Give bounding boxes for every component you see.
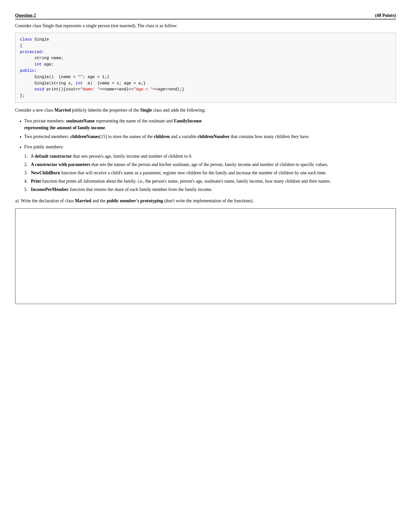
family-income-label: FamilyIncome [174, 118, 202, 123]
default-constructor-label: default constructor [35, 154, 72, 159]
numbered-item-5: 5. IncomePerMember function that returns… [24, 186, 396, 193]
code-keyword-int2: int [76, 81, 83, 86]
num-4: 4. [24, 178, 30, 185]
num-1: 1. [24, 153, 30, 160]
numbered-item-4: 4. Print function that prints all inform… [24, 178, 396, 185]
five-public-item: Five public members: [24, 144, 396, 150]
children-number-label: childrenNumber [197, 134, 230, 139]
code-string-empty: "" [78, 75, 83, 79]
code-keyword-void: void [35, 87, 44, 92]
new-child-born-label: NewChildBorn [31, 170, 60, 175]
code-block: class Single { protected: string name; i… [15, 33, 396, 103]
part-a-text: a) Write the declaration of class Marrie… [15, 197, 396, 204]
soulmate-name-label: soulmateName [66, 118, 95, 123]
param-constructor-label: A constructor with parameters [31, 162, 90, 167]
question-container: Question 2 (48 Points) Consider class Si… [15, 12, 396, 304]
children-names-label: childrenNames [70, 134, 99, 139]
bullet-list: Two private members: soulmateName repres… [24, 118, 396, 140]
numbered-list: 1. A default constructor that sets perso… [24, 153, 396, 193]
code-string-age: "Age = " [133, 87, 153, 92]
code-keyword-int1: int [35, 62, 42, 67]
part-a-container: a) Write the declaration of class Marrie… [15, 197, 396, 204]
income-per-member-label: IncomePerMember [31, 187, 69, 192]
intro-text: Consider class Single that represents a … [15, 22, 396, 29]
children-label: children [154, 134, 170, 139]
five-public-list: Five public members: [24, 144, 396, 150]
num-2: 2. [24, 161, 30, 168]
married-ref-part-a: Married [75, 198, 91, 203]
five-public-text: Five public members: [24, 144, 64, 149]
num-3: 3. [24, 170, 30, 176]
num-5: 5. [24, 186, 30, 193]
print-label: Print [31, 179, 41, 184]
code-keyword-class: class [20, 37, 32, 42]
bullet-item-2: Two protected members: childrenNames[15]… [24, 133, 396, 140]
code-string-name: "Name: " [80, 87, 100, 92]
numbered-item-1: 1. A default constructor that sets perso… [24, 153, 396, 160]
code-keyword-protected: protected [20, 50, 42, 54]
bullet-item-1: Two private members: soulmateName repres… [24, 118, 396, 131]
family-income-desc: representing the amount of family income [24, 125, 105, 130]
question-points: (48 Points) [375, 12, 396, 19]
public-prototyping-label: public member's prototyping [107, 198, 163, 203]
numbered-item-3: 3. NewChildBorn function that will recei… [24, 170, 396, 176]
question-title: Question 2 [15, 12, 36, 19]
question-header: Question 2 (48 Points) [15, 12, 396, 19]
married-description: Consider a new class Married publicly in… [15, 107, 396, 114]
single-class-ref: Single [140, 108, 152, 113]
code-keyword-public: public [20, 69, 35, 73]
numbered-item-2: 2. A constructor with parameters that se… [24, 161, 396, 168]
married-class-name: Married [54, 108, 71, 113]
answer-box[interactable] [15, 208, 396, 304]
